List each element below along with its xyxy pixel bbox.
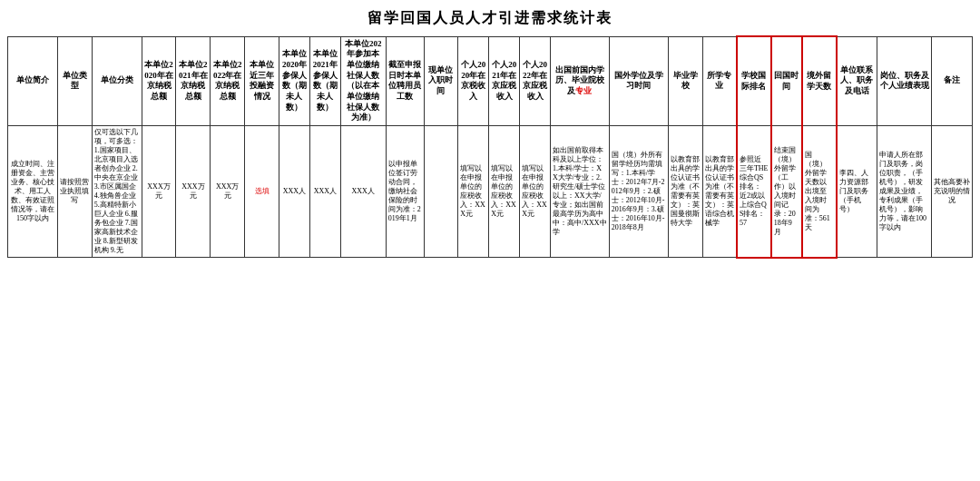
col-income2020: 个人2020年在京税收入	[458, 36, 489, 126]
table-wrapper: 单位简介 单位类型 单位分类 本单位2020年在京纳税总额 本单位2021年在京…	[0, 35, 980, 266]
col-insure2020: 本单位2020年参保人数（期未人数）	[279, 36, 309, 126]
cell-tax2022: XXX万元	[211, 126, 245, 258]
col-income2022: 个人2022年在京应税收入	[520, 36, 551, 126]
cell-days-abroad: 国（境）外留学天数以出境至入境时间为准：561天	[802, 126, 837, 258]
col-insure2022: 本单位202年参加本单位缴纳社保人数（以在本单位缴纳社保人数为准）	[340, 36, 386, 126]
cell-insure2021: XXX人	[309, 126, 340, 258]
col-investment: 本单位近三年投融资情况	[245, 36, 279, 126]
cell-unit-type: 请按照营业执照填写	[57, 126, 92, 258]
cell-employees: 以申报单位签订劳动合同，缴纳社会保险的时间为准：2019年1月	[386, 126, 424, 258]
col-major: 所学专业	[702, 36, 737, 126]
cell-school-rank: 参照近三年THE综合QS排名：近2或以上综合QS排名：57	[737, 126, 771, 258]
cell-return-time: 结束国（境）外留学（工作）以入境时间记录：2018年9月	[771, 126, 802, 258]
cell-contact: 李四、人力资源部门及职务（手机号）	[837, 126, 877, 258]
cell-position: 申请人所在部门及职务，岗位职责，（手机号），研发成果及业绩，专利成果（手机号），…	[877, 126, 932, 258]
col-days-abroad: 境外留学天数	[802, 36, 837, 126]
cell-overseas-study: 国（境）外所有留学经历均需填写：1.本科/学士：2012年7月-2012年9月：…	[609, 126, 668, 258]
cell-grad-school: 以教育部出具的学位认证书为准（不需要有英文）：英国曼彻斯特大学	[668, 126, 702, 258]
col-unit-type: 单位类型	[57, 36, 92, 126]
cell-domestic-edu: 如出国前取得本科及以上学位：1.本科/学士：XX大学/专业；2.研究生/硕士学位…	[551, 126, 610, 258]
col-school-rank: 学校国际排名	[737, 36, 771, 126]
col-tax2020: 本单位2020年在京纳税总额	[142, 36, 176, 126]
col-return-time: 回国时间	[771, 36, 802, 126]
col-contact: 单位联系人、职务及电话	[837, 36, 877, 126]
cell-investment: 选填	[245, 126, 279, 258]
page-title: 留学回国人员人才引进需求统计表	[0, 0, 980, 35]
col-insure2021: 本单位2021年参保人数（期未人数）	[309, 36, 340, 126]
col-unit-class: 单位分类	[92, 36, 142, 126]
cell-tax2020: XXX万元	[142, 126, 176, 258]
col-domestic-edu: 出国前国内学历、毕业院校及专业	[551, 36, 610, 126]
col-note: 备注	[931, 36, 972, 126]
cell-note: 其他高要补充说明的情况	[931, 126, 972, 258]
col-unit-intro: 单位简介	[8, 36, 58, 126]
cell-income2021: 填写以在申报单位的应税收入：XXX元	[489, 126, 520, 258]
cell-unit-class: 仅可选以下几项，可多选： 1.国家项目、北京项目入选者创办企业 2.中央在京企业…	[92, 126, 142, 258]
col-tax2021: 本单位2021年在京纳税总额	[176, 36, 211, 126]
data-row: 成立时间、注册资金、主营业务、核心技术、用工人数、有效证照情况等，请在150字以…	[8, 126, 973, 258]
cell-income2022: 填写以在申报单位的应税收入：XXX元	[520, 126, 551, 258]
col-employees: 截至申报日时本单位聘用员工数	[386, 36, 424, 126]
cell-unit-intro: 成立时间、注册资金、主营业务、核心技术、用工人数、有效证照情况等，请在150字以…	[8, 126, 58, 258]
cell-insure2020: XXX人	[279, 126, 309, 258]
col-tax2022: 本单位2022年在京纳税总额	[211, 36, 245, 126]
header-row: 单位简介 单位类型 单位分类 本单位2020年在京纳税总额 本单位2021年在京…	[8, 36, 973, 126]
col-join-time: 现单位入职时间	[424, 36, 458, 126]
cell-insure2022: XXX人	[340, 126, 386, 258]
col-position: 岗位、职务及个人业绩表现	[877, 36, 932, 126]
cell-tax2021: XXX万元	[176, 126, 211, 258]
cell-major: 以教育部出具的学位认证书为准（不需要有英文）：英语综合机械学	[702, 126, 737, 258]
main-table: 单位简介 单位类型 单位分类 本单位2020年在京纳税总额 本单位2021年在京…	[7, 35, 973, 259]
col-overseas-study: 国外学位及学习时间	[609, 36, 668, 126]
cell-income2020: 填写以在申报单位的应税收入：XXX元	[458, 126, 489, 258]
cell-join-time	[424, 126, 458, 258]
col-grad-school: 毕业学校	[668, 36, 702, 126]
col-income2021: 个人2021年在京应税收入	[489, 36, 520, 126]
